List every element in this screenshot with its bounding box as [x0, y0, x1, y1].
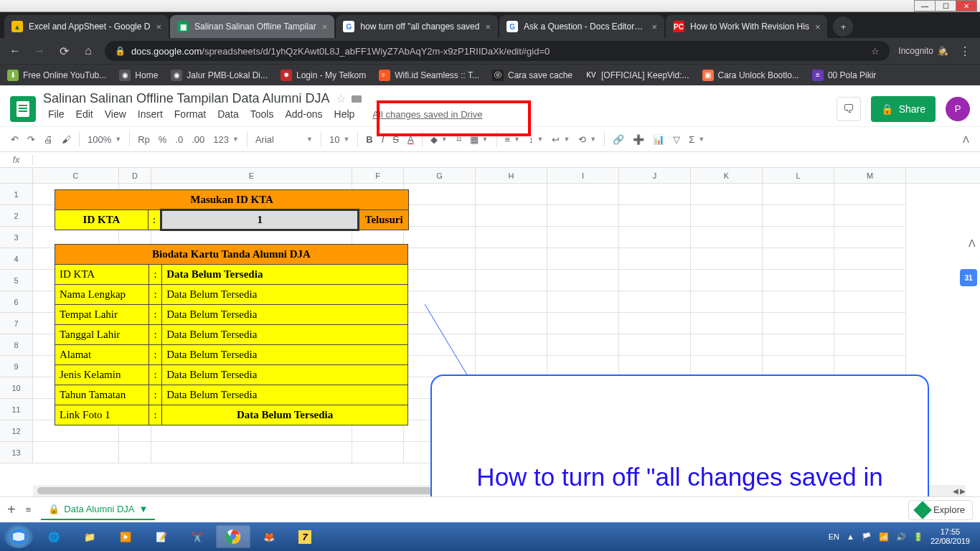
formula-bar[interactable]: fx	[0, 152, 980, 168]
cell[interactable]	[119, 442, 151, 463]
row-header[interactable]: 4	[0, 248, 33, 270]
window-minimize-button[interactable]: —	[914, 0, 936, 11]
column-header[interactable]: G	[404, 168, 476, 183]
cell[interactable]	[404, 205, 476, 227]
font-select[interactable]: Arial▼	[252, 131, 316, 148]
id-value[interactable]: 1	[161, 210, 359, 230]
column-header[interactable]: M	[834, 168, 906, 183]
cell[interactable]	[834, 313, 906, 334]
tab-close-icon[interactable]: ×	[156, 22, 161, 32]
comments-button[interactable]: 🗨	[837, 97, 861, 121]
column-header[interactable]: K	[691, 168, 763, 183]
cell[interactable]	[763, 291, 834, 313]
bookmark-star-icon[interactable]: ☆	[871, 46, 880, 57]
cell[interactable]	[691, 184, 763, 205]
increase-decimal-button[interactable]: .00	[188, 131, 208, 148]
comment-button[interactable]: ➕	[629, 131, 648, 148]
cell[interactable]	[619, 313, 691, 334]
functions-button[interactable]: Σ▼	[685, 131, 708, 148]
h-align-button[interactable]: ≡▼	[501, 131, 524, 148]
cell[interactable]	[619, 184, 691, 205]
fill-color-button[interactable]: ◆▼	[427, 131, 451, 148]
account-avatar[interactable]: P	[946, 97, 970, 121]
cell[interactable]	[619, 248, 691, 270]
rotate-button[interactable]: ⟲▼	[575, 131, 600, 148]
row-header[interactable]: 10	[0, 377, 33, 399]
cell[interactable]	[547, 270, 619, 291]
cell[interactable]	[834, 270, 906, 291]
browser-tab[interactable]: Ghow turn off "all changes saved×	[336, 15, 498, 38]
taskbar-chrome-icon[interactable]	[216, 525, 250, 548]
column-header[interactable]: L	[763, 168, 834, 183]
merge-button[interactable]: ▦▼	[466, 131, 492, 148]
row-header[interactable]: 11	[0, 399, 33, 420]
column-header[interactable]: I	[547, 168, 619, 183]
row-header[interactable]: 1	[0, 184, 33, 205]
menu-help[interactable]: Help	[329, 106, 360, 122]
cell[interactable]	[151, 442, 352, 463]
menu-format[interactable]: Format	[169, 106, 211, 122]
cell[interactable]	[476, 248, 547, 270]
browser-tab[interactable]: PCHow to Work With Revision His×	[666, 15, 827, 38]
tab-close-icon[interactable]: ×	[651, 22, 657, 32]
nav-back-button[interactable]: ←	[7, 43, 23, 59]
filter-button[interactable]: ▽	[669, 131, 684, 148]
taskbar-firefox-icon[interactable]: 🦊	[252, 525, 286, 548]
cell[interactable]	[691, 248, 763, 270]
bookmark-item[interactable]: ▣Cara Unlock Bootlo...	[702, 70, 799, 81]
new-tab-button[interactable]: +	[833, 17, 853, 37]
tab-close-icon[interactable]: ×	[322, 22, 328, 32]
tray-up-icon[interactable]: ▲	[847, 532, 854, 541]
cell[interactable]	[834, 227, 906, 248]
row-header[interactable]: 2	[0, 205, 33, 227]
bookmark-item[interactable]: ✸Login - My Telkom	[281, 70, 366, 81]
bold-button[interactable]: B	[362, 131, 376, 148]
bookmark-item[interactable]: KV[OFFICIAL] KeepVid:...	[585, 70, 689, 81]
address-bar[interactable]: 🔒 docs.google.com/spreadsheets/d/1yhQzKA…	[105, 41, 890, 61]
all-sheets-button[interactable]: ≡	[26, 504, 32, 515]
cell[interactable]	[691, 205, 763, 227]
cell[interactable]	[33, 442, 119, 463]
menu-add-ons[interactable]: Add-ons	[280, 106, 327, 122]
more-formats-button[interactable]: 123▼	[209, 131, 242, 148]
menu-insert[interactable]: Insert	[133, 106, 168, 122]
cell[interactable]	[691, 227, 763, 248]
browser-tab[interactable]: GAsk a Question - Docs Editors H×	[499, 15, 664, 38]
cell[interactable]	[619, 227, 691, 248]
cell[interactable]	[476, 184, 547, 205]
share-button[interactable]: 🔒Share	[871, 96, 936, 122]
nav-forward-button[interactable]: →	[32, 43, 47, 59]
taskbar-ie-icon[interactable]: 🌐	[37, 525, 71, 548]
cell[interactable]	[619, 334, 691, 356]
cell[interactable]	[763, 334, 834, 356]
browser-menu-button[interactable]: ⋮	[957, 43, 973, 59]
cell[interactable]	[763, 270, 834, 291]
cell[interactable]	[404, 184, 476, 205]
sheet-tab[interactable]: 🔒 Data Alumni DJA ▼	[41, 499, 155, 520]
tray-clock[interactable]: 17:55 22/08/2019	[930, 527, 970, 546]
taskbar-explorer-icon[interactable]: 📁	[72, 525, 107, 548]
nav-reload-button[interactable]: ⟳	[56, 43, 72, 59]
calendar-sidebar-icon[interactable]: 31	[960, 269, 977, 286]
column-header[interactable]: F	[352, 168, 404, 183]
cell[interactable]	[691, 270, 763, 291]
italic-button[interactable]: I	[378, 131, 388, 148]
print-button[interactable]: 🖨	[40, 131, 57, 148]
decrease-decimal-button[interactable]: .0	[171, 131, 187, 148]
system-tray[interactable]: EN ▲ 🏳️ 📶 🔊 🔋 17:55 22/08/2019	[829, 527, 976, 546]
zoom-select[interactable]: 100%▼	[84, 131, 125, 148]
menu-file[interactable]: File	[43, 106, 70, 122]
v-align-button[interactable]: ↕▼	[525, 131, 547, 148]
percent-button[interactable]: %	[155, 131, 171, 148]
menu-tools[interactable]: Tools	[245, 106, 279, 122]
cell[interactable]	[547, 184, 619, 205]
window-close-button[interactable]: ✕	[956, 0, 977, 11]
row-header[interactable]: 9	[0, 356, 33, 377]
bookmark-item[interactable]: ◉Home	[119, 70, 158, 81]
folder-icon[interactable]	[352, 95, 362, 103]
cell[interactable]	[547, 227, 619, 248]
cell[interactable]	[763, 205, 834, 227]
cell[interactable]	[619, 205, 691, 227]
bookmark-item[interactable]: ⓔCara save cache	[492, 70, 573, 81]
cell[interactable]	[476, 270, 547, 291]
